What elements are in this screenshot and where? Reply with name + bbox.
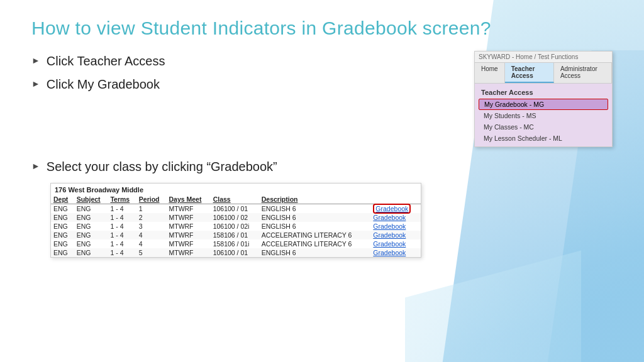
bullet-item-1: ► Click Teacher Access <box>31 54 449 69</box>
col-terms: Terms <box>108 195 136 204</box>
nav-dropdown-item-scheduler[interactable]: My Lesson Scheduler - ML <box>475 133 612 144</box>
nav-top-bar-text: SKYWARD - Home / Test Functions <box>479 53 578 60</box>
col-link <box>370 195 421 204</box>
page-title: How to view Student Indicators in Gradeb… <box>31 18 613 39</box>
bullet-text-2: Click My Gradebook <box>47 77 160 92</box>
bullet-arrow-2: ► <box>31 79 40 89</box>
col-period: Period <box>136 195 167 204</box>
bullet-arrow-1: ► <box>31 55 40 65</box>
gradebook-link-cell[interactable]: Gradebook <box>370 248 421 257</box>
gradebook-link[interactable]: Gradebook <box>373 204 411 214</box>
gradebook-table-mockup: 176 West Broadway Middle Dept Subject Te… <box>50 183 421 258</box>
nav-mockup: SKYWARD - Home / Test Functions Home Tea… <box>474 51 613 147</box>
gradebook-link[interactable]: Gradebook <box>373 240 406 248</box>
gradebook-link-cell[interactable]: Gradebook <box>370 204 421 214</box>
gradebook-link-cell[interactable]: Gradebook <box>370 239 421 248</box>
table-row: ENGENG1 - 44MTWRF158106 / 01ACCELERATING… <box>51 231 421 239</box>
bullet-item-3: ► Select your class by clicking “Gradebo… <box>31 160 613 174</box>
col-dept: Dept <box>51 195 74 204</box>
nav-dropdown-item-classes[interactable]: My Classes - MC <box>475 121 612 133</box>
gradebook-link[interactable]: Gradebook <box>373 222 406 230</box>
school-name: 176 West Broadway Middle <box>51 184 421 195</box>
nav-tab-row: Home Teacher Access Administrator Access <box>475 63 612 84</box>
nav-dropdown-item-gradebook[interactable]: My Gradebook - MG <box>479 99 608 110</box>
gradebook-link-cell[interactable]: Gradebook <box>370 213 421 222</box>
gradebook-link-cell[interactable]: Gradebook <box>370 231 421 239</box>
bullet-arrow-3: ► <box>31 161 40 171</box>
gradebook-link[interactable]: Gradebook <box>373 249 406 256</box>
nav-dropdown-item-students[interactable]: My Students - MS <box>475 110 612 121</box>
nav-top-bar: SKYWARD - Home / Test Functions <box>475 52 612 63</box>
table-row: ENGENG1 - 43MTWRF106100 / 02iENGLISH 6Gr… <box>51 222 421 231</box>
table-row: ENGENG1 - 42MTWRF106100 / 02ENGLISH 6Gra… <box>51 213 421 222</box>
bullet-text-1: Click Teacher Access <box>47 54 165 69</box>
bullet-item-2: ► Click My Gradebook <box>31 77 449 92</box>
table-header-row: Dept Subject Terms Period Days Meet Clas… <box>51 195 421 204</box>
nav-dropdown: Teacher Access My Gradebook - MG My Stud… <box>475 84 612 146</box>
nav-tab-home[interactable]: Home <box>475 63 505 83</box>
bullet-text-3: Select your class by clicking “Gradebook… <box>47 160 277 174</box>
nav-dropdown-header: Teacher Access <box>475 86 612 99</box>
table-row: ENGENG1 - 44MTWRF158106 / 01iACCELERATIN… <box>51 239 421 248</box>
table-row: ENGENG1 - 45MTWRF106100 / 01ENGLISH 6Gra… <box>51 248 421 257</box>
gradebook-link[interactable]: Gradebook <box>373 231 406 239</box>
table-row: ENGENG1 - 41MTWRF106100 / 01ENGLISH 6Gra… <box>51 204 421 214</box>
gradebook-link-cell[interactable]: Gradebook <box>370 222 421 231</box>
col-description: Description <box>259 195 371 204</box>
col-class: Class <box>211 195 259 204</box>
nav-tab-admin-access[interactable]: Administrator Access <box>554 63 612 83</box>
gradebook-link[interactable]: Gradebook <box>373 214 406 221</box>
col-subject: Subject <box>74 195 108 204</box>
nav-tab-teacher-access[interactable]: Teacher Access <box>505 63 554 83</box>
col-days: Days Meet <box>166 195 210 204</box>
